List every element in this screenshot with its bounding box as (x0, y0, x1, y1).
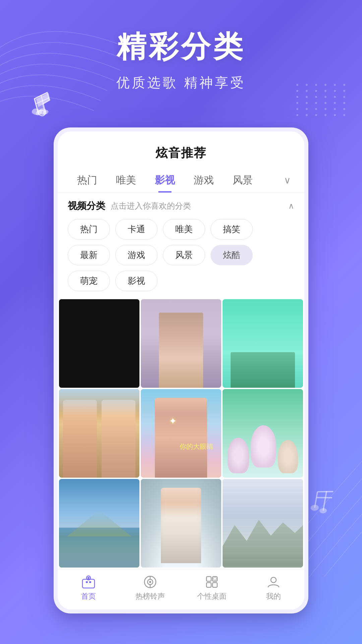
category-desc: 点击进入你喜欢的分类 (111, 201, 191, 211)
tag-film[interactable]: 影视 (115, 271, 158, 291)
video-thumb-1[interactable] (59, 299, 139, 388)
nav-mine-icon (266, 575, 281, 589)
svg-rect-14 (89, 581, 91, 583)
chevron-up-icon[interactable]: ∧ (288, 201, 294, 211)
tag-beauty[interactable]: 唯美 (163, 219, 205, 239)
category-label: 视频分类 (68, 200, 105, 212)
svg-text:+: + (214, 578, 216, 581)
tag-cool[interactable]: 炫酷 (210, 245, 253, 265)
svg-line-10 (317, 489, 333, 494)
tag-scenery[interactable]: 风景 (163, 245, 205, 265)
video-thumb-8[interactable] (141, 479, 221, 568)
category-header: 视频分类 点击进入你喜欢的分类 ∧ (68, 200, 294, 212)
svg-point-16 (87, 577, 89, 579)
tag-funny[interactable]: 搞笑 (210, 219, 253, 239)
video-thumb-2[interactable] (141, 299, 221, 388)
nav-item-ringtone[interactable]: 热榜铃声 (119, 575, 181, 601)
tab-game[interactable]: 游戏 (184, 168, 223, 193)
app-header-title: 炫音推荐 (68, 145, 294, 161)
svg-rect-24 (206, 583, 211, 587)
nav-item-home[interactable]: 首页 (58, 575, 119, 601)
tag-pet[interactable]: 萌宠 (68, 271, 110, 291)
nav-label-desktop: 个性桌面 (197, 591, 227, 601)
nav-item-desktop[interactable]: + 个性桌面 (181, 575, 243, 601)
video-thumb-4[interactable] (59, 389, 139, 478)
tab-scenery[interactable]: 风景 (223, 168, 262, 193)
header-section: 精彩分类 优质选歌 精神享受 (0, 27, 362, 92)
nav-ringtone-icon (143, 575, 158, 589)
tag-cartoon[interactable]: 卡通 (115, 219, 158, 239)
category-section: 视频分类 点击进入你喜欢的分类 ∧ 热门 卡通 唯美 搞笑 最新 游戏 风景 炫… (58, 193, 304, 298)
video-thumb-6[interactable] (223, 389, 303, 478)
tabs-row: 热门 唯美 影视 游戏 风景 ∨ (58, 168, 304, 193)
svg-rect-13 (86, 581, 88, 583)
svg-rect-25 (213, 583, 217, 587)
nav-desktop-icon: + (204, 575, 219, 589)
page-title: 精彩分类 (0, 27, 362, 67)
svg-line-11 (316, 495, 332, 500)
tag-hot[interactable]: 热门 (68, 219, 110, 239)
tag-game[interactable]: 游戏 (115, 245, 158, 265)
svg-rect-22 (206, 577, 211, 581)
video-grid: ✦ 你的大眼睛 (58, 298, 304, 569)
nav-label-ringtone: 热榜铃声 (135, 591, 165, 601)
tag-new[interactable]: 最新 (68, 245, 110, 265)
nav-item-mine[interactable]: 我的 (243, 575, 304, 601)
category-tags: 热门 卡通 唯美 搞笑 最新 游戏 风景 炫酷 萌宠 影视 (68, 219, 294, 291)
tab-beauty[interactable]: 唯美 (107, 168, 145, 193)
tab-more-icon[interactable]: ∨ (281, 169, 294, 191)
video-thumb-9[interactable] (223, 479, 303, 568)
video-thumb-7[interactable] (59, 479, 139, 568)
nav-home-icon (81, 575, 96, 589)
phone-inner: 炫音推荐 热门 唯美 影视 游戏 风景 ∨ 视频分类 点击进入你喜欢的分类 ∧ … (58, 131, 304, 609)
phone-frame: 炫音推荐 热门 唯美 影视 游戏 风景 ∨ 视频分类 点击进入你喜欢的分类 ∧ … (54, 127, 308, 613)
svg-point-28 (271, 577, 276, 583)
category-header-left: 视频分类 点击进入你喜欢的分类 (68, 200, 191, 212)
bottom-nav: 首页 热榜铃声 + (58, 569, 304, 609)
svg-rect-12 (82, 579, 95, 588)
app-header: 炫音推荐 (58, 131, 304, 168)
nav-label-mine: 我的 (266, 591, 281, 601)
tab-hot[interactable]: 热门 (68, 168, 107, 193)
page-subtitle: 优质选歌 精神享受 (0, 73, 362, 92)
svg-line-9 (323, 491, 326, 511)
tab-film[interactable]: 影视 (145, 168, 184, 193)
nav-label-home: 首页 (81, 591, 96, 601)
video-thumb-3[interactable] (223, 299, 303, 388)
video-thumb-5[interactable]: ✦ 你的大眼睛 (141, 389, 221, 478)
svg-point-19 (149, 581, 151, 583)
